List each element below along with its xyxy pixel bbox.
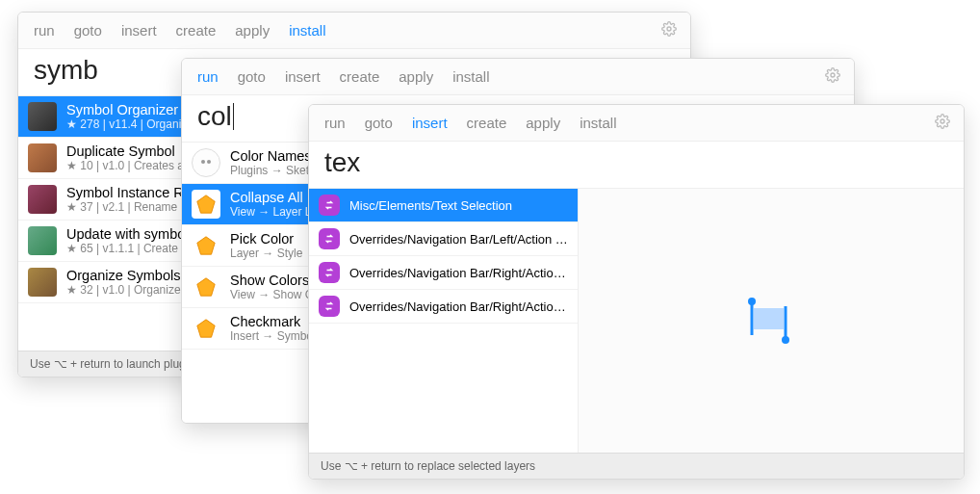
sketch-icon: [192, 273, 220, 301]
gear-icon[interactable]: [825, 67, 840, 87]
symbol-icon: [319, 262, 340, 283]
svg-rect-7: [754, 308, 784, 329]
list-item[interactable]: Overrides/Navigation Bar/Right/Action T.…: [309, 290, 578, 324]
tab-insert[interactable]: insert: [412, 115, 448, 131]
search-input[interactable]: tex: [309, 142, 964, 189]
symbol-icon: [319, 228, 340, 249]
preview-pane: [579, 189, 964, 453]
tab-install[interactable]: install: [289, 22, 325, 39]
tab-install[interactable]: install: [580, 115, 616, 131]
tab-run[interactable]: run: [34, 22, 55, 39]
tab-install[interactable]: install: [452, 68, 489, 85]
gear-icon[interactable]: [661, 21, 677, 40]
svg-point-4: [748, 298, 756, 305]
sketch-icon: [192, 314, 220, 343]
item-title: Overrides/Navigation Bar/Right/Action T.…: [349, 299, 568, 314]
gear-icon[interactable]: [935, 114, 950, 133]
svg-point-2: [941, 119, 944, 123]
svg-point-1: [831, 73, 835, 77]
sketch-icon: [192, 231, 220, 260]
tab-run[interactable]: run: [197, 68, 219, 85]
tab-insert[interactable]: insert: [121, 22, 157, 39]
tab-apply[interactable]: apply: [526, 115, 560, 131]
avatar: [28, 226, 57, 255]
result-list: Misc/Elements/Text SelectionOverrides/Na…: [309, 189, 579, 453]
item-title: Overrides/Navigation Bar/Left/Action Tex…: [349, 232, 568, 247]
tab-insert[interactable]: insert: [285, 68, 321, 85]
plugin-icon: [192, 148, 220, 177]
sketch-icon: [192, 190, 220, 219]
footer-hint: Use ⌥ + return to replace selected layer…: [309, 453, 964, 479]
svg-point-6: [782, 336, 789, 344]
tab-run[interactable]: run: [324, 115, 346, 131]
item-title: Overrides/Navigation Bar/Right/Action T.…: [349, 266, 568, 280]
avatar: [28, 143, 57, 172]
tab-goto[interactable]: goto: [238, 68, 266, 85]
tab-goto[interactable]: goto: [74, 22, 102, 39]
list-item[interactable]: Misc/Elements/Text Selection: [309, 189, 578, 222]
tab-bar: run goto insert create apply install: [182, 59, 854, 95]
list-item[interactable]: Overrides/Navigation Bar/Left/Action Tex…: [309, 222, 578, 256]
panel-insert: run goto insert create apply install tex…: [308, 104, 965, 480]
symbol-icon: [319, 195, 340, 216]
symbol-icon: [319, 296, 340, 317]
list-item[interactable]: Overrides/Navigation Bar/Right/Action T.…: [309, 256, 578, 290]
item-title: Misc/Elements/Text Selection: [349, 198, 568, 213]
tab-create[interactable]: create: [176, 22, 217, 39]
tab-goto[interactable]: goto: [365, 115, 393, 131]
avatar: [28, 102, 57, 131]
tab-apply[interactable]: apply: [399, 68, 433, 85]
avatar: [28, 268, 57, 297]
tab-bar: run goto insert create apply install: [309, 105, 964, 142]
tab-apply[interactable]: apply: [235, 22, 270, 39]
svg-point-0: [667, 27, 671, 31]
avatar: [28, 185, 57, 214]
text-selection-icon: [742, 297, 800, 345]
tab-bar: run goto insert create apply install: [18, 13, 690, 49]
tab-create[interactable]: create: [340, 68, 380, 85]
tab-create[interactable]: create: [467, 115, 507, 131]
